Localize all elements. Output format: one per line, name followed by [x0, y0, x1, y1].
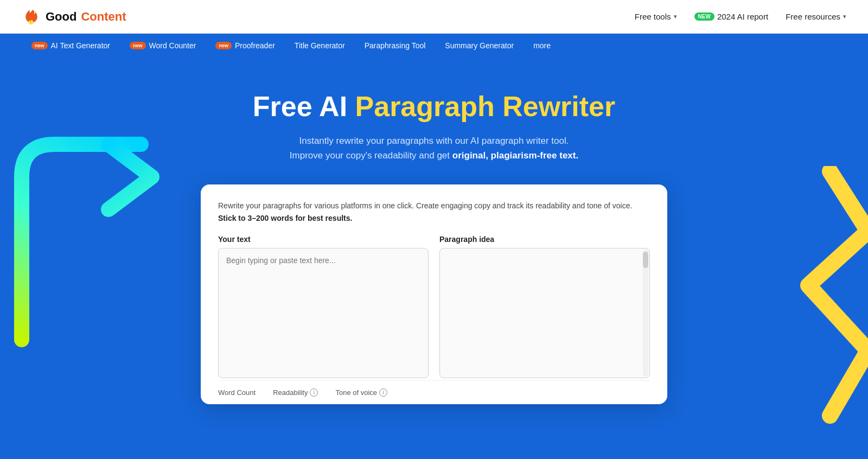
top-nav-links: Free tools ▾ new 2024 AI report Free res…: [635, 12, 846, 21]
tone-of-voice-stat: Tone of voice i: [335, 388, 387, 397]
subnav-word-counter[interactable]: new Word Counter: [120, 34, 206, 58]
top-navigation: GoodContent Free tools ▾ new 2024 AI rep…: [0, 0, 868, 34]
subnav-title-generator[interactable]: Title Generator: [285, 34, 355, 58]
subnav-ai-text-generator-label: AI Text Generator: [51, 41, 110, 50]
text-input[interactable]: [219, 248, 428, 378]
hero-subtitle-bold: original, plagiarism-free text.: [452, 150, 578, 161]
nav-free-resources[interactable]: Free resources ▾: [786, 12, 846, 21]
input-label-text: Your text: [218, 235, 429, 244]
nav-free-resources-label: Free resources: [786, 12, 840, 21]
new-badge: new: [694, 12, 714, 21]
output-label: Paragraph idea: [439, 235, 650, 244]
tool-description: Rewrite your paragraphs for various plat…: [218, 200, 650, 224]
word-count-stat: Word Count: [218, 388, 256, 397]
subnav-more[interactable]: more: [524, 41, 560, 50]
input-group-text: Your text: [218, 235, 429, 378]
new-badge-word: new: [130, 42, 146, 49]
hero-title: Free AI Paragraph Rewriter: [253, 90, 616, 123]
sub-navigation: new AI Text Generator new Word Counter n…: [0, 34, 868, 58]
scrollbar-thumb[interactable]: [643, 252, 648, 268]
chevron-down-icon-resources: ▾: [843, 13, 846, 20]
readability-stat: Readability i: [273, 388, 318, 397]
nav-ai-report[interactable]: new 2024 AI report: [694, 12, 769, 21]
logo[interactable]: GoodContent: [22, 7, 126, 27]
subnav-summary-generator[interactable]: Summary Generator: [435, 34, 524, 58]
chevron-down-icon: ▾: [674, 13, 677, 20]
word-count-label: Word Count: [218, 388, 256, 397]
tool-card: Rewrite your paragraphs for various plat…: [201, 184, 667, 404]
subnav-paraphrasing-tool[interactable]: Paraphrasing Tool: [355, 34, 436, 58]
tool-footer: Word Count Readability i Tone of voice i: [218, 380, 650, 404]
tool-description-normal: Rewrite your paragraphs for various plat…: [218, 201, 632, 210]
logo-icon: [22, 7, 41, 27]
tone-of-voice-label: Tone of voice: [335, 388, 377, 397]
tool-inputs: Your text Paragraph idea: [218, 235, 650, 378]
subnav-paraphrasing-tool-label: Paraphrasing Tool: [365, 41, 426, 50]
nav-ai-report-label: 2024 AI report: [717, 12, 768, 21]
new-badge-ai: new: [31, 42, 48, 49]
subnav-word-counter-label: Word Counter: [149, 41, 196, 50]
nav-free-tools-label: Free tools: [635, 12, 671, 21]
hero-subtitle: Instantly rewrite your paragraphs with o…: [290, 133, 578, 163]
output-area: [439, 248, 650, 378]
hero-subtitle-line1: Instantly rewrite your paragraphs with o…: [299, 136, 569, 146]
tone-of-voice-info-icon[interactable]: i: [379, 388, 387, 397]
logo-text-good: Good: [46, 10, 76, 24]
logo-text-content: Content: [81, 10, 126, 24]
hero-title-highlight: Paragraph Rewriter: [355, 91, 616, 122]
subnav-proofreader-label: Proofreader: [235, 41, 275, 50]
hero-section: Free AI Paragraph Rewriter Instantly rew…: [0, 58, 868, 459]
readability-label: Readability: [273, 388, 308, 397]
tool-description-bold: Stick to 3–200 words for best results.: [218, 214, 352, 222]
subnav-ai-text-generator[interactable]: new AI Text Generator: [22, 34, 120, 58]
nav-free-tools[interactable]: Free tools ▾: [635, 12, 677, 21]
readability-info-icon[interactable]: i: [310, 388, 318, 397]
subnav-summary-generator-label: Summary Generator: [445, 41, 514, 50]
scrollbar-track[interactable]: [643, 250, 648, 377]
subnav-title-generator-label: Title Generator: [295, 41, 345, 50]
hero-title-plain: Free AI: [253, 91, 355, 122]
text-input-wrapper: [218, 248, 429, 378]
new-badge-proof: new: [215, 42, 232, 49]
input-group-output: Paragraph idea: [439, 235, 650, 378]
left-decoration: [0, 133, 184, 361]
right-decoration: [776, 166, 868, 437]
hero-subtitle-line2: Improve your copy's readability and get: [290, 150, 452, 161]
subnav-proofreader[interactable]: new Proofreader: [206, 34, 284, 58]
